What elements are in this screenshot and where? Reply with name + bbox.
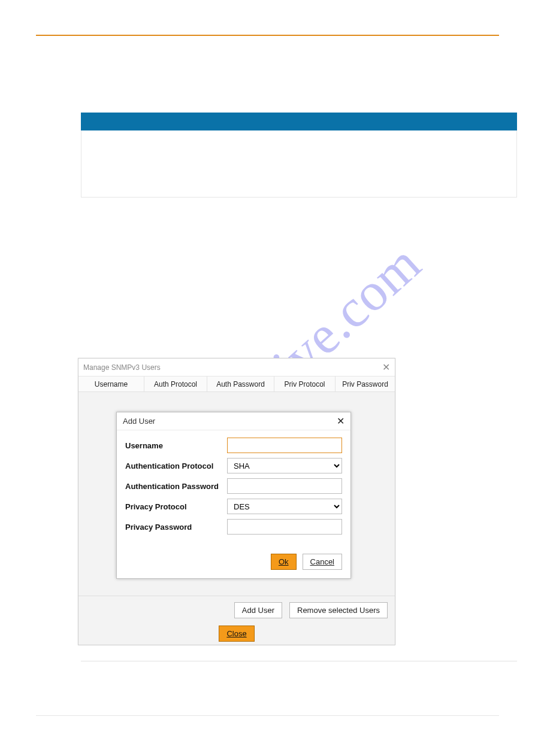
auth-protocol-label: Authentication Protocol bbox=[125, 462, 227, 470]
close-button-label: Close bbox=[226, 629, 246, 638]
priv-password-label: Privacy Password bbox=[125, 523, 227, 532]
col-auth-protocol[interactable]: Auth Protocol bbox=[144, 377, 207, 391]
add-user-dialog: Add User ✕ Username Authentication Proto… bbox=[116, 412, 351, 579]
footer-rule bbox=[36, 715, 499, 716]
outer-dialog-footer: Add User Remove selected Users Close bbox=[78, 596, 395, 649]
page-top-rule bbox=[36, 35, 499, 36]
inner-dialog-title: Add User bbox=[123, 417, 337, 426]
ok-button-label: Ok bbox=[279, 557, 289, 566]
priv-protocol-select[interactable]: DES bbox=[227, 499, 342, 514]
white-panel bbox=[81, 130, 517, 198]
col-priv-protocol[interactable]: Priv Protocol bbox=[274, 377, 335, 391]
close-icon[interactable]: ✕ bbox=[337, 415, 344, 427]
username-field[interactable] bbox=[227, 438, 342, 453]
ok-button[interactable]: Ok bbox=[271, 554, 297, 570]
col-priv-password[interactable]: Priv Password bbox=[335, 377, 395, 391]
username-label: Username bbox=[125, 441, 227, 450]
manage-snmpv3-users-dialog: Manage SNMPv3 Users ✕ Username Auth Prot… bbox=[78, 358, 395, 645]
inner-dialog-titlebar[interactable]: Add User ✕ bbox=[117, 412, 350, 430]
auth-protocol-select[interactable]: SHA bbox=[227, 458, 342, 473]
blue-bar bbox=[81, 113, 517, 130]
mid-rule bbox=[81, 661, 517, 661]
close-icon[interactable]: ✕ bbox=[382, 362, 390, 373]
cancel-button[interactable]: Cancel bbox=[303, 554, 342, 570]
close-button[interactable]: Close bbox=[219, 626, 254, 642]
priv-password-field[interactable] bbox=[227, 519, 342, 535]
add-user-button[interactable]: Add User bbox=[234, 602, 282, 618]
outer-dialog-titlebar[interactable]: Manage SNMPv3 Users ✕ bbox=[78, 359, 395, 377]
remove-selected-users-button[interactable]: Remove selected Users bbox=[289, 602, 388, 618]
user-table-headers: Username Auth Protocol Auth Password Pri… bbox=[78, 377, 395, 392]
col-username[interactable]: Username bbox=[78, 377, 144, 391]
add-user-form: Username Authentication Protocol SHA Aut… bbox=[117, 430, 350, 542]
auth-password-label: Authentication Password bbox=[125, 482, 227, 491]
outer-dialog-title: Manage SNMPv3 Users bbox=[83, 363, 382, 372]
inner-dialog-actions: Ok Cancel bbox=[117, 542, 350, 578]
auth-password-field[interactable] bbox=[227, 478, 342, 494]
col-auth-password[interactable]: Auth Password bbox=[207, 377, 274, 391]
cancel-button-label: Cancel bbox=[310, 557, 334, 566]
priv-protocol-label: Privacy Protocol bbox=[125, 502, 227, 511]
user-table-body: Add User ✕ Username Authentication Proto… bbox=[78, 392, 395, 596]
